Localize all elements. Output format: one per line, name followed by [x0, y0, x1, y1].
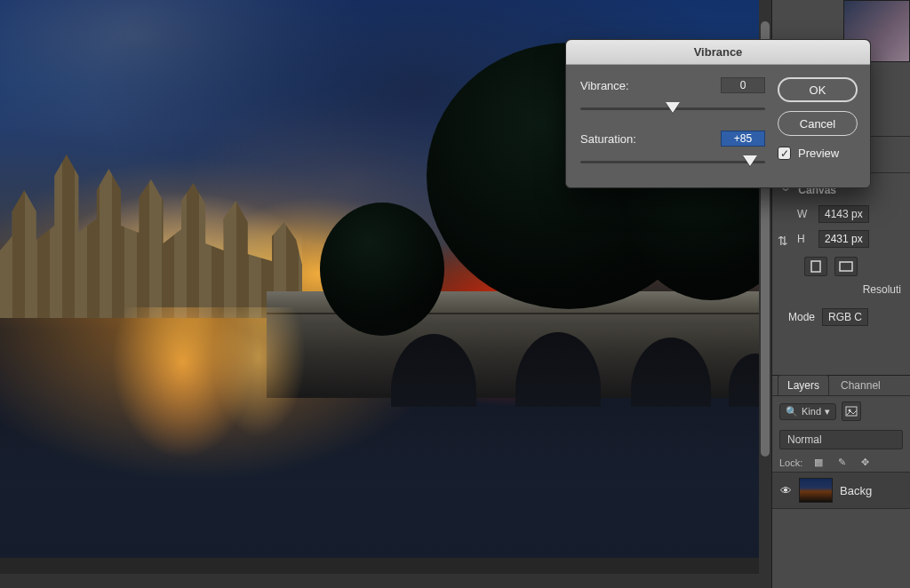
layer-filter-kind[interactable]: 🔍 Kind ▾ — [779, 403, 836, 420]
canvas-w-label: W — [797, 208, 811, 220]
vibrance-value-input[interactable]: 0 — [721, 77, 765, 93]
vibrance-slider-knob[interactable] — [666, 102, 680, 113]
dialog-title: Vibrance — [694, 45, 743, 59]
svg-rect-0 — [811, 261, 820, 272]
layer-row-background[interactable]: 👁 Backg — [772, 472, 910, 509]
saturation-slider[interactable] — [580, 155, 765, 168]
tab-channels[interactable]: Channel — [831, 375, 890, 395]
canvas-w-value[interactable]: 4143 px — [818, 205, 869, 223]
vibrance-label: Vibrance: — [580, 79, 629, 92]
chevron-down-icon: ▾ — [825, 406, 830, 417]
saturation-label: Saturation: — [580, 132, 636, 146]
preview-label: Preview — [798, 147, 839, 160]
saturation-slider-knob[interactable] — [743, 155, 757, 166]
vibrance-slider[interactable] — [580, 102, 765, 115]
layer-thumbnail[interactable] — [799, 478, 833, 503]
resolution-label: Resoluti — [863, 283, 901, 296]
cancel-button[interactable]: Cancel — [778, 111, 858, 136]
ok-button[interactable]: OK — [778, 77, 858, 102]
canvas-h-label: H — [797, 233, 811, 245]
preview-checkbox[interactable]: ✓ — [778, 147, 791, 160]
preview-checkbox-row[interactable]: ✓ Preview — [778, 147, 858, 160]
layer-filter-kind-label: Kind — [802, 406, 821, 417]
mode-value[interactable]: RGB C — [822, 308, 868, 326]
mode-label: Mode — [788, 311, 815, 323]
saturation-value-input[interactable]: +85 — [721, 131, 765, 147]
lock-move-icon[interactable]: ✥ — [858, 457, 872, 468]
lock-pixels-icon[interactable]: ▩ — [811, 457, 826, 468]
link-dimensions-icon[interactable]: ⇅ — [778, 234, 788, 248]
canvas-h-value[interactable]: 2431 px — [818, 230, 869, 248]
layer-filter-image-button[interactable] — [842, 401, 861, 421]
tab-layers[interactable]: Layers — [778, 375, 829, 395]
orientation-landscape-button[interactable] — [834, 257, 858, 276]
orientation-portrait-button[interactable] — [804, 257, 827, 276]
blend-mode-select[interactable]: Normal — [779, 430, 903, 449]
layers-panel: Layers Channel 🔍 Kind ▾ Normal Lock: ▩ ✎… — [772, 375, 910, 588]
dialog-titlebar[interactable]: Vibrance — [566, 40, 870, 65]
vibrance-dialog: Vibrance Vibrance: 0 Saturation: +85 — [565, 39, 871, 188]
layer-name[interactable]: Backg — [840, 484, 872, 497]
layer-visibility-icon[interactable]: 👁 — [779, 484, 792, 497]
lock-label: Lock: — [779, 457, 802, 468]
svg-rect-1 — [840, 262, 852, 271]
search-icon: 🔍 — [786, 406, 798, 417]
lock-brush-icon[interactable]: ✎ — [834, 457, 849, 468]
